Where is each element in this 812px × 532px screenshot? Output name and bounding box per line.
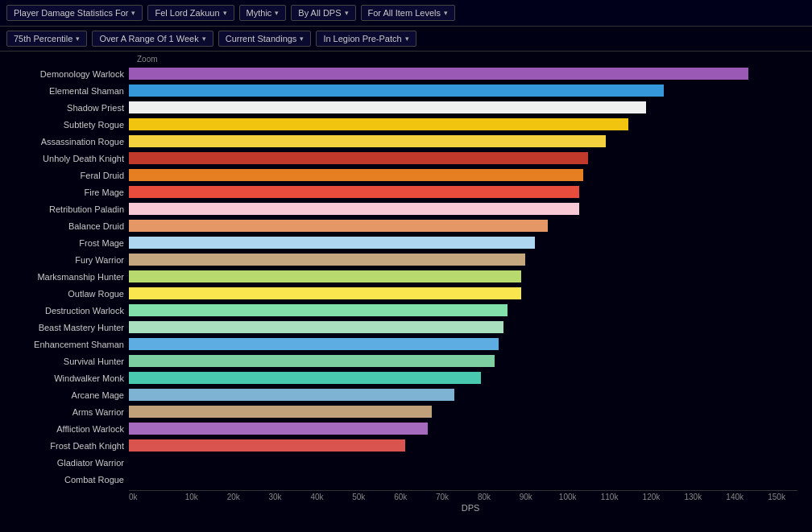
chart-row: Unholy Death Knight — [0, 151, 812, 166]
bar-label: Beast Mastery Hunter — [0, 323, 129, 332]
bar-label: Arcane Mage — [0, 390, 129, 400]
chart-area: Zoom Demonology WarlockElemental ShamanS… — [0, 52, 812, 513]
x-tick: 110k — [589, 491, 631, 501]
chart-row: Beast Mastery Hunter — [0, 320, 812, 335]
top-dropdown-difficulty[interactable]: Mythic▾ — [239, 5, 287, 21]
chart-row: Assassination Rogue — [0, 134, 812, 149]
bar-wrapper — [129, 101, 812, 113]
bar-fill[interactable] — [129, 338, 499, 350]
bar-label: Retribution Paladin — [0, 204, 129, 214]
bar-label: Frost Mage — [0, 238, 129, 248]
x-tick: 90k — [505, 491, 547, 501]
top-dropdown-role[interactable]: By All DPS▾ — [291, 5, 355, 21]
bar-fill[interactable] — [129, 304, 508, 316]
bar-wrapper — [129, 321, 812, 333]
bar-fill[interactable] — [129, 321, 503, 333]
x-tick: 40k — [296, 491, 338, 501]
x-tick: 120k — [631, 491, 673, 501]
bar-fill[interactable] — [129, 169, 583, 181]
bar-fill[interactable] — [129, 101, 646, 113]
chart-row: Balance Druid — [0, 218, 812, 233]
bar-wrapper — [129, 304, 812, 316]
chart-row: Demonology Warlock — [0, 66, 812, 81]
second-bar: 75th Percentile▾Over A Range Of 1 Week▾C… — [0, 27, 812, 52]
bar-label: Frost Death Knight — [0, 441, 129, 451]
second-dropdown-patch[interactable]: In Legion Pre-Patch▾ — [316, 31, 416, 47]
bar-wrapper — [129, 406, 812, 418]
bar-fill[interactable] — [129, 389, 454, 401]
bar-wrapper — [129, 68, 812, 80]
bar-label: Affliction Warlock — [0, 424, 129, 434]
bar-label: Shadow Priest — [0, 103, 129, 113]
chart-row: Marksmanship Hunter — [0, 269, 812, 284]
chart-row: Retribution Paladin — [0, 201, 812, 217]
bar-wrapper — [129, 237, 812, 249]
bar-label: Demonology Warlock — [0, 69, 129, 79]
top-dropdown-boss[interactable]: Fel Lord Zakuun▾ — [147, 5, 234, 21]
chart-row: Windwalker Monk — [0, 370, 812, 386]
chart-row: Elemental Shaman — [0, 83, 812, 98]
bar-fill[interactable] — [129, 423, 428, 435]
x-tick: 0k — [129, 491, 171, 501]
bar-wrapper — [129, 254, 812, 266]
chart-row: Arcane Mage — [0, 387, 812, 402]
x-tick: 60k — [379, 491, 421, 501]
bar-label: Marksmanship Hunter — [0, 272, 129, 282]
bar-fill[interactable] — [129, 152, 588, 164]
chart-row: Gladiator Warrior — [0, 455, 812, 470]
chart-row: Frost Death Knight — [0, 438, 812, 453]
bar-fill[interactable] — [129, 85, 664, 97]
bar-fill[interactable] — [129, 186, 579, 198]
bar-wrapper — [129, 389, 812, 401]
x-tick: 140k — [714, 491, 756, 501]
bar-label: Survival Hunter — [0, 357, 129, 366]
bar-label: Gladiator Warrior — [0, 458, 129, 468]
bar-wrapper — [129, 423, 812, 435]
bar-wrapper — [129, 355, 812, 367]
bar-fill[interactable] — [129, 254, 525, 266]
x-tick: 80k — [463, 491, 505, 501]
bar-fill[interactable] — [129, 439, 405, 452]
x-tick: 70k — [421, 491, 463, 501]
bar-fill[interactable] — [129, 68, 748, 80]
bar-fill[interactable] — [129, 372, 481, 384]
second-dropdown-standings[interactable]: Current Standings▾ — [218, 31, 312, 47]
bar-wrapper — [129, 186, 812, 198]
chart-row: Affliction Warlock — [0, 421, 812, 436]
bar-wrapper — [129, 85, 812, 97]
x-tick: 100k — [547, 491, 589, 501]
second-dropdown-percentile[interactable]: 75th Percentile▾ — [6, 31, 87, 47]
chart-row: Combat Rogue — [0, 472, 812, 487]
bar-label: Destruction Warlock — [0, 306, 129, 315]
bar-fill[interactable] — [129, 220, 548, 232]
bar-fill[interactable] — [129, 287, 521, 299]
bar-wrapper — [129, 135, 812, 147]
bar-label: Unholy Death Knight — [0, 154, 129, 163]
chart-row: Survival Hunter — [0, 353, 812, 369]
bar-label: Enhancement Shaman — [0, 340, 129, 349]
bar-fill[interactable] — [129, 406, 432, 418]
second-dropdown-timerange[interactable]: Over A Range Of 1 Week▾ — [92, 31, 213, 47]
chart-row: Subtlety Rogue — [0, 117, 812, 132]
bar-fill[interactable] — [129, 203, 579, 215]
bar-fill[interactable] — [129, 270, 521, 282]
x-tick: 20k — [213, 491, 255, 501]
bar-fill[interactable] — [129, 355, 495, 367]
bar-wrapper — [129, 338, 812, 350]
bar-label: Combat Rogue — [0, 475, 129, 485]
x-tick: 10k — [171, 491, 213, 501]
bar-fill[interactable] — [129, 135, 606, 147]
bar-label: Elemental Shaman — [0, 86, 129, 96]
top-dropdown-stat-type[interactable]: Player Damage Statistics For▾ — [6, 5, 143, 21]
bar-label: Balance Druid — [0, 221, 129, 231]
bar-wrapper — [129, 439, 812, 452]
top-dropdown-ilvl[interactable]: For All Item Levels▾ — [361, 5, 455, 21]
bar-wrapper — [129, 169, 812, 181]
bar-fill[interactable] — [129, 237, 535, 249]
x-tick: 50k — [338, 491, 379, 501]
chart-row: Destruction Warlock — [0, 303, 812, 318]
x-axis-title: DPS — [129, 503, 812, 513]
bar-fill[interactable] — [129, 118, 628, 130]
bar-wrapper — [129, 287, 812, 299]
chart-row: Enhancement Shaman — [0, 336, 812, 352]
